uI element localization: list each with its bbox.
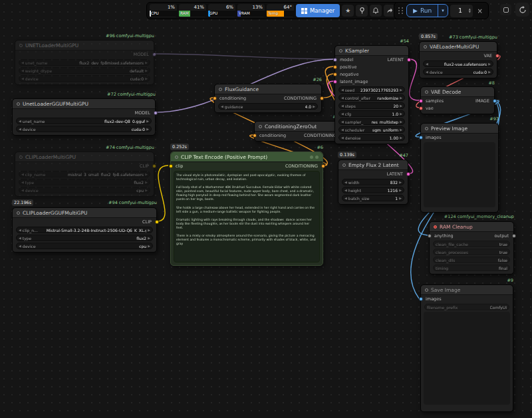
widget-clean-processes[interactable]: clean_processes true — [433, 249, 510, 255]
arrow-right-icon[interactable]: ▶ — [148, 236, 150, 240]
output-slot-conditioning[interactable] — [320, 96, 324, 100]
widget-control-after-generate[interactable]: ◀ control_after randomize ▶ — [338, 94, 405, 101]
arrow-right-icon[interactable]: ▶ — [400, 104, 402, 108]
widget-denoise[interactable]: ◀ denoise 1.00 ▶ — [338, 134, 405, 141]
node-header[interactable]: VAE Decode — [421, 87, 494, 97]
widget-seed[interactable]: ◀ seed 239730217765293 ▶ — [338, 86, 405, 93]
input-slot-latent-image[interactable] — [333, 80, 337, 84]
clear-queue-button[interactable]: × — [475, 5, 485, 16]
arrow-right-icon[interactable]: ▶ — [488, 70, 491, 74]
drag-handle[interactable] — [397, 7, 404, 14]
arrow-left-icon[interactable]: ◀ — [341, 112, 344, 116]
arrow-right-icon[interactable]: ▶ — [148, 228, 150, 232]
collapse-icon[interactable] — [342, 163, 346, 167]
node-header[interactable]: FluxGuidance — [215, 84, 321, 94]
arrow-right-icon[interactable]: ▶ — [400, 120, 402, 124]
node-header[interactable]: VAELoaderMultiGPU — [420, 42, 497, 52]
output-slot-conditioning[interactable] — [321, 164, 325, 168]
arrow-right-icon[interactable]: ▶ — [399, 188, 402, 192]
collapse-icon[interactable] — [17, 211, 20, 215]
arrow-left-icon[interactable]: ◀ — [21, 180, 24, 184]
node-ram-cleanup[interactable]: RAM Cleanup anything output clean_file_c… — [429, 221, 514, 274]
input-slot-conditioning[interactable] — [213, 96, 217, 100]
node-empty-flux2-latent[interactable]: Empty Flux 2 Latent LATENT ◀ width 832 ▶… — [338, 159, 408, 205]
arrow-left-icon[interactable]: ◀ — [344, 188, 347, 192]
arrow-right-icon[interactable]: ▶ — [145, 188, 148, 192]
widget-clip-name[interactable]: ◀ clip_n... Mistral-Small-3.2-24B-Instru… — [16, 227, 153, 233]
input-slot-negative[interactable] — [333, 72, 337, 76]
arrow-right-icon[interactable]: ▶ — [145, 60, 148, 64]
widget-filename-prefix[interactable]: filename_prefix ComfyUI — [424, 304, 509, 310]
node-header[interactable]: KSampler — [335, 46, 408, 56]
collapse-icon[interactable] — [17, 102, 20, 106]
collapse-icon[interactable] — [19, 156, 23, 159]
widget-device[interactable]: ◀ device cuda:0 ▶ — [16, 126, 152, 132]
arrow-left-icon[interactable]: ◀ — [21, 188, 24, 192]
widget-device[interactable]: ◀ device cpu ▶ — [19, 187, 150, 193]
widget-width[interactable]: ◀ width 832 ▶ — [342, 179, 404, 185]
widget-unet-name[interactable]: ◀ unet_name flux2-dev-Q8_0.gguf ▶ — [16, 118, 152, 124]
manager-button[interactable]: Manager — [296, 4, 340, 17]
arrow-left-icon[interactable]: ◀ — [221, 104, 223, 108]
node-unet-loader-gguf-multigpu[interactable]: UnetLoaderGGUFMultiGPU MODEL ◀ unet_name… — [12, 98, 156, 136]
arrow-left-icon[interactable]: ◀ — [426, 62, 428, 66]
arrow-right-icon[interactable]: ▶ — [145, 172, 148, 176]
widget-scheduler[interactable]: ◀ scheduler sgm_uniform ▶ — [338, 126, 405, 133]
arrow-left-icon[interactable]: ◀ — [341, 96, 344, 100]
arrow-left-icon[interactable]: ◀ — [341, 88, 344, 92]
node-clip-loader-multigpu[interactable]: CLIPLoaderMultiGPU CLIP ◀ clip_name mist… — [15, 152, 154, 197]
widget-clean-file-cache[interactable]: clean_file_cache true — [433, 241, 510, 247]
widget-sampler-name[interactable]: ◀ sampler_ res_multistep ▶ — [338, 118, 405, 125]
node-header[interactable]: CLIP Text Encode (Positive Prompt) — [171, 152, 323, 162]
star-button[interactable]: ★ — [342, 5, 354, 17]
arrow-right-icon[interactable]: ▶ — [399, 180, 402, 184]
collapse-icon[interactable] — [19, 44, 23, 47]
output-slot-latent[interactable] — [406, 172, 410, 176]
output-slot-vae[interactable] — [495, 54, 499, 58]
input-slot-model[interactable] — [333, 58, 337, 62]
input-slot-samples[interactable] — [419, 99, 423, 103]
input-slot-positive[interactable] — [333, 65, 337, 69]
arrow-right-icon[interactable]: ▶ — [400, 128, 402, 132]
collapse-icon[interactable] — [425, 127, 428, 130]
output-slot-clip[interactable] — [152, 164, 156, 168]
output-slot-model[interactable] — [154, 111, 158, 115]
node-header[interactable]: RAM Cleanup — [430, 222, 513, 232]
widget-batch-size[interactable]: ◀ batch_size 1 ▶ — [342, 195, 404, 201]
widget-type[interactable]: ◀ type flux2 ▶ — [16, 235, 153, 241]
node-header[interactable]: Empty Flux 2 Latent — [338, 160, 408, 170]
node-header[interactable]: CLIPLoaderMultiGPU — [15, 152, 154, 162]
prompt-textarea[interactable]: The visual style is photorealistic, dyst… — [174, 171, 320, 262]
collapse-icon[interactable] — [425, 288, 428, 292]
widget-clean-dlls[interactable]: clean_dlls false — [433, 257, 510, 263]
arrow-right-icon[interactable]: ▶ — [400, 88, 402, 92]
widget-device[interactable]: ◀ device cpu ▶ — [16, 243, 153, 249]
arrow-left-icon[interactable]: ◀ — [21, 172, 24, 176]
input-slot-clip[interactable] — [169, 164, 173, 168]
link-model-bypassed[interactable] — [154, 54, 334, 59]
node-header[interactable]: ConditioningZeroOut — [255, 122, 341, 132]
widget-steps[interactable]: ◀ steps 20 ▶ — [338, 102, 405, 109]
widget-clip-name[interactable]: ◀ clip_name mistral_3_small_flux2_fp8.sa… — [19, 171, 150, 177]
pin-icon[interactable] — [315, 156, 319, 159]
link-clip[interactable] — [157, 165, 168, 221]
node-preview-image[interactable]: Preview Image images — [420, 123, 499, 213]
arrow-left-icon[interactable]: ◀ — [341, 128, 344, 132]
output-slot-latent[interactable] — [407, 58, 411, 62]
arrow-left-icon[interactable]: ◀ — [426, 70, 428, 74]
arrow-right-icon[interactable]: ▶ — [400, 136, 402, 140]
widget-timing[interactable]: timing final — [433, 264, 510, 271]
arrow-right-icon[interactable]: ▶ — [399, 196, 402, 200]
input-slot-anything[interactable] — [428, 234, 432, 238]
widget-vae-name[interactable]: ◀ flux2-vae.safetensors ▶ — [423, 60, 493, 67]
widget-height[interactable]: ◀ height 1216 ▶ — [342, 187, 404, 193]
node-unet-loader-multigpu[interactable]: UNETLoaderMultiGPU MODEL ◀ unet_name flu… — [15, 40, 154, 85]
widget-cfg[interactable]: ◀ cfg 1.0 ▶ — [338, 110, 405, 117]
node-header[interactable]: CLIPLoaderGGUFMultiGPU — [13, 208, 156, 218]
arrow-left-icon[interactable]: ◀ — [21, 68, 24, 72]
widget-type[interactable]: ◀ type flux2 ▶ — [19, 179, 150, 185]
arrow-left-icon[interactable]: ◀ — [19, 119, 21, 123]
widget-guidance[interactable]: ◀ guidance 4.0 ▶ — [218, 103, 318, 110]
widget-device[interactable]: ◀ device cuda:0 ▶ — [19, 75, 150, 82]
arrow-left-icon[interactable]: ◀ — [21, 60, 24, 64]
